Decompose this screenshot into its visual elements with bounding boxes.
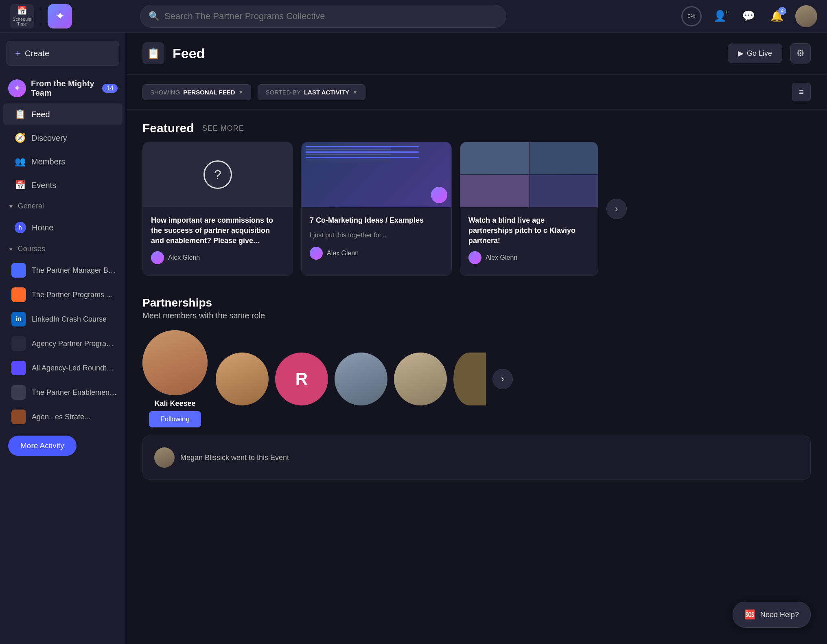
go-live-button[interactable]: ▶ Go Live: [728, 44, 782, 63]
author-avatar-image-3: [468, 251, 481, 264]
community-icon: ✦: [8, 79, 26, 97]
course-thumb-strategies: [11, 410, 26, 424]
messages-button[interactable]: 💬: [738, 6, 759, 26]
member-avatar-4[interactable]: [335, 353, 387, 405]
member-avatar-r[interactable]: R: [275, 353, 328, 405]
chevron-down-showing: ▼: [238, 89, 244, 95]
card-title-2: 7 Co-Marketing Ideas / Examples: [310, 215, 443, 226]
sidebar-item-partner-manager[interactable]: The Partner Manager Bootca...: [0, 258, 126, 283]
following-button[interactable]: Following: [149, 411, 201, 427]
sidebar-item-linkedin[interactable]: in LinkedIn Crash Course: [0, 307, 126, 331]
sidebar-item-partner-enablement[interactable]: The Partner Enablement Mas...: [0, 380, 126, 405]
chevron-down-sorted: ▼: [352, 89, 358, 95]
general-section-label: General: [18, 202, 44, 210]
member-avatar-partial[interactable]: [453, 353, 486, 405]
slide-line-3: [306, 151, 419, 153]
sorted-filter[interactable]: SORTED BY LAST ACTIVITY ▼: [258, 84, 365, 100]
author-avatar-image-2: [310, 247, 323, 260]
activity-row: Megan Blissick went to this Event: [154, 447, 799, 468]
course-name-5: All Agency-Led Roundtable r...: [32, 364, 118, 372]
add-person-button[interactable]: 👤+: [710, 6, 730, 26]
sidebar-item-partner-programs[interactable]: The Partner Programs Accele...: [0, 283, 126, 307]
partnerships-section: Partnerships Meet members with the same …: [126, 288, 827, 436]
author-avatar-2: [310, 247, 323, 260]
sidebar-item-feed[interactable]: 📋 Feed: [3, 103, 123, 125]
video-cell-3: [460, 175, 529, 207]
more-activity-button[interactable]: More Activity: [8, 436, 77, 456]
card-body-1: How important are commissions to the suc…: [143, 207, 293, 272]
showing-value: PERSONAL FEED: [183, 89, 235, 96]
feed-icon-header: 📋: [142, 42, 164, 64]
sidebar-item-home[interactable]: h Home: [3, 216, 123, 239]
progress-circle[interactable]: 0%: [681, 6, 702, 26]
members-carousel-next[interactable]: ›: [492, 369, 513, 389]
settings-button[interactable]: ⚙: [790, 43, 811, 64]
community-header[interactable]: ✦ From the Mighty Team 14: [0, 74, 126, 103]
partnerships-title: Partnerships: [142, 296, 811, 309]
need-help-button[interactable]: 🆘 Need Help?: [733, 602, 811, 628]
featured-title: Featured: [142, 121, 194, 135]
activity-section: Megan Blissick went to this Event: [142, 436, 811, 480]
author-avatar-1: [151, 251, 164, 264]
sidebar-feed-label: Feed: [31, 110, 50, 119]
discovery-icon: 🧭: [15, 133, 26, 143]
featured-member-avatar: [142, 330, 208, 395]
need-help-label: Need Help?: [760, 611, 799, 619]
author-avatar-image-1: [151, 251, 164, 264]
search-icon: 🔍: [149, 11, 160, 22]
chevron-down-icon-courses: ▼: [8, 246, 14, 252]
card-title-3: Watch a blind live age partnerships pitc…: [468, 215, 590, 246]
author-name-3: Alex Glenn: [486, 254, 517, 261]
see-more-link[interactable]: SEE MORE: [202, 124, 244, 133]
list-view-button[interactable]: ≡: [792, 83, 811, 101]
general-section-header[interactable]: ▼ General: [0, 197, 126, 215]
course-name-2: The Partner Programs Accele...: [32, 291, 118, 299]
carousel-next-button[interactable]: ›: [606, 199, 627, 219]
sidebar-item-events[interactable]: 📅 Events: [3, 174, 123, 196]
course-thumb-partner-programs: [11, 287, 26, 302]
main-area: + Create ✦ From the Mighty Team 14 📋 Fee…: [0, 33, 827, 644]
video-cell-4: [529, 175, 598, 207]
notifications-button[interactable]: 🔔 4: [767, 6, 787, 26]
sorted-value: LAST ACTIVITY: [304, 89, 349, 96]
user-avatar-nav[interactable]: [795, 5, 817, 27]
sorted-label: SORTED BY: [265, 89, 300, 96]
slide-author-avatar: [431, 187, 447, 203]
video-icon: ▶: [738, 49, 744, 58]
courses-section-header[interactable]: ▼ Courses: [0, 240, 126, 258]
slide-line-6: [306, 160, 391, 160]
featured-card-1[interactable]: ? How important are commissions to the s…: [142, 142, 293, 276]
member-avatar-2[interactable]: [216, 353, 269, 405]
members-icon: 👥: [15, 156, 26, 167]
sidebar-item-all-agency[interactable]: All Agency-Led Roundtable r...: [0, 356, 126, 380]
search-bar[interactable]: 🔍: [140, 5, 506, 28]
slide-line-4: [306, 154, 391, 155]
create-button[interactable]: + Create: [7, 41, 119, 66]
schedule-time-button[interactable]: 📅 Schedule Time: [10, 4, 34, 28]
sidebar-item-agency-strategies[interactable]: Agen...es Strate...: [0, 405, 126, 429]
featured-member-image: [142, 330, 208, 395]
sidebar-item-members[interactable]: 👥 Members: [3, 151, 123, 173]
activity-text: Megan Blissick went to this Event: [180, 453, 289, 462]
sidebar-members-label: Members: [31, 157, 65, 166]
featured-card-2[interactable]: 7 Co-Marketing Ideas / Examples I just p…: [301, 142, 452, 276]
partnerships-subtitle: Meet members with the same role: [142, 311, 811, 320]
search-input[interactable]: [164, 11, 498, 22]
card-thumbnail-3: [460, 142, 598, 207]
member-avatar-image-5: [394, 353, 447, 405]
card-thumbnail-1: ?: [143, 142, 293, 207]
sidebar-item-agency-partner[interactable]: Agency Partner Program Fou...: [0, 331, 126, 356]
sidebar-item-discovery[interactable]: 🧭 Discovery: [3, 127, 123, 149]
showing-filter[interactable]: SHOWING PERSONAL FEED ▼: [142, 84, 251, 100]
course-thumb-all-agency: [11, 361, 26, 375]
schedule-time-label: Schedule Time: [10, 17, 34, 26]
course-name-7: Agen...es Strate...: [32, 413, 118, 421]
featured-card-3[interactable]: Watch a blind live age partnerships pitc…: [460, 142, 598, 276]
card-author-2: Alex Glenn: [310, 247, 443, 260]
sidebar-events-label: Events: [31, 181, 56, 190]
feed-icon: 📋: [15, 109, 26, 120]
main-content: 📋 Feed ▶ Go Live ⚙ SHOWING PERSONAL FEED…: [126, 33, 827, 644]
featured-member: Kali Keesee Following: [142, 330, 208, 427]
question-icon: ?: [203, 160, 232, 189]
member-avatar-5[interactable]: [394, 353, 447, 405]
